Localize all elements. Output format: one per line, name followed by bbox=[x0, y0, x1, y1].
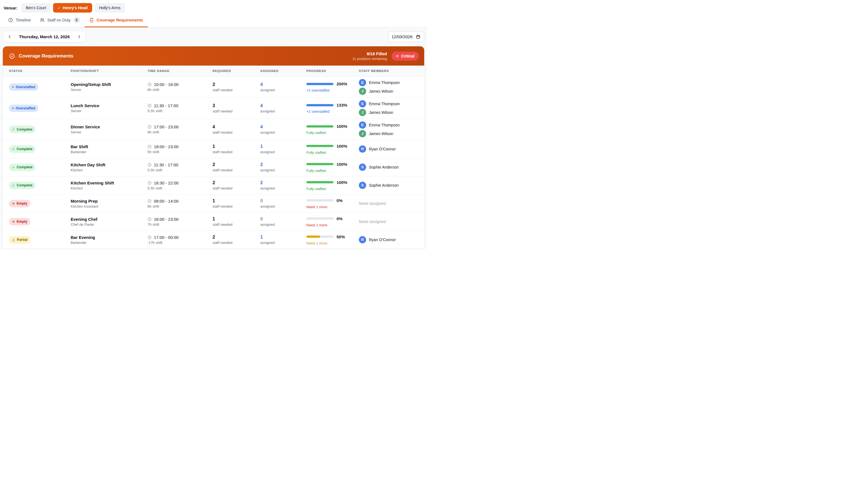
next-day-button[interactable] bbox=[75, 33, 83, 41]
positions-remaining: 11 positions remaining bbox=[352, 57, 387, 61]
staff-members-cell: None assigned bbox=[359, 219, 424, 224]
time-cell: 18:00 - 23:00 5h shift bbox=[147, 144, 212, 154]
status-label: Complete bbox=[16, 128, 32, 131]
none-assigned-label: None assigned bbox=[359, 219, 424, 224]
staff-members-cell: EEmma ThompsonJJames Wilson bbox=[359, 121, 424, 137]
required-sublabel: staff needed bbox=[212, 88, 260, 92]
status-badge: ✕ Empty bbox=[9, 200, 31, 208]
shift-duration: 7h shift bbox=[147, 222, 212, 227]
shift-duration: 5.5h shift bbox=[147, 186, 212, 190]
position-title: Evening Chef bbox=[71, 217, 147, 221]
fill-summary: 8/19 Filled 11 positions remaining bbox=[352, 51, 387, 61]
table-header: STATUS POSITION/SHIFT TIME RANGE REQUIRE… bbox=[3, 66, 424, 76]
staff-count-badge: 5 bbox=[73, 17, 80, 23]
none-assigned-label: None assigned bbox=[359, 201, 424, 206]
status-icon: ✓ bbox=[12, 165, 15, 169]
assigned-count[interactable]: 2 bbox=[260, 180, 306, 185]
staff-name: James Wilson bbox=[369, 110, 393, 115]
staff-name: James Wilson bbox=[369, 131, 393, 136]
assigned-count[interactable]: 1 bbox=[260, 235, 306, 240]
status-badge: ✓ Complete bbox=[9, 145, 35, 153]
required-count: 1 bbox=[212, 217, 260, 221]
staff-members-cell: RRyan O'Connor bbox=[359, 236, 424, 244]
staff-member: JJames Wilson bbox=[359, 130, 424, 137]
avatar: S bbox=[359, 164, 366, 171]
assigned-cell: 4 assigned bbox=[260, 103, 306, 113]
time-range: 16:30 - 22:00 bbox=[154, 181, 178, 185]
shift-duration: 6h shift bbox=[147, 204, 212, 209]
shift-duration: 6h shift bbox=[147, 88, 212, 92]
assigned-cell: 2 assigned bbox=[260, 180, 306, 190]
status-badge: ✕ Empty bbox=[9, 218, 31, 226]
status-cell: ✕ Empty bbox=[9, 218, 71, 226]
time-cell: 08:00 - 14:00 6h shift bbox=[147, 199, 212, 209]
progress-status: Fully staffed bbox=[306, 187, 359, 191]
progress-cell: 100% Fully staffed bbox=[306, 162, 359, 173]
staff-name: Sophie Anderson bbox=[369, 183, 399, 187]
status-cell: ✓ Complete bbox=[9, 126, 71, 133]
assigned-count[interactable]: 1 bbox=[260, 144, 306, 149]
assigned-count[interactable]: 2 bbox=[260, 162, 306, 167]
avatar: J bbox=[359, 130, 366, 137]
assigned-cell: 1 assigned bbox=[260, 235, 306, 245]
column-header-assigned: ASSIGNED bbox=[260, 69, 306, 73]
assigned-sublabel: assigned bbox=[260, 204, 306, 209]
status-icon: ✓ bbox=[12, 183, 15, 187]
staff-members-cell: EEmma ThompsonJJames Wilson bbox=[359, 100, 424, 116]
tab-coverage-requirements[interactable]: Coverage Requirements bbox=[85, 13, 148, 28]
column-header-status: STATUS bbox=[9, 69, 71, 73]
clock-icon bbox=[147, 199, 152, 203]
required-count: 4 bbox=[212, 124, 260, 129]
assigned-sublabel: assigned bbox=[260, 88, 306, 92]
calendar-icon bbox=[416, 34, 421, 39]
table-row: ✓ Complete Kitchen Evening Shift Kitchen… bbox=[3, 176, 424, 195]
tab-timeline[interactable]: Timeline bbox=[4, 13, 35, 28]
date-picker-input[interactable]: 12/03/2026 bbox=[388, 32, 424, 42]
coverage-card: Coverage Requirements 8/19 Filled 11 pos… bbox=[3, 46, 424, 249]
status-icon: ✓ bbox=[12, 127, 15, 131]
staff-member: RRyan O'Connor bbox=[359, 236, 424, 244]
assigned-count[interactable]: 4 bbox=[260, 103, 306, 108]
table-row: ✓ Complete Dinner Service Server 17:00 -… bbox=[3, 119, 424, 140]
position-cell: Morning Prep Kitchen Assistant bbox=[71, 199, 147, 209]
status-badge: + Overstaffed bbox=[9, 105, 38, 112]
assigned-count: 0 bbox=[260, 198, 306, 203]
required-cell: 1 staff needed bbox=[212, 144, 260, 154]
staff-member: SSophie Anderson bbox=[359, 164, 424, 171]
assigned-count: 0 bbox=[260, 217, 306, 221]
progress-cell: 200% +2 overstaffed bbox=[306, 82, 359, 92]
status-cell: ✓ Complete bbox=[9, 164, 71, 171]
venue-button-bens-court[interactable]: Ben's Court bbox=[21, 3, 51, 13]
avatar: J bbox=[359, 88, 366, 95]
progress-percent: 133% bbox=[336, 103, 347, 107]
progress-cell: 100% Fully staffed bbox=[306, 124, 359, 135]
assigned-count[interactable]: 4 bbox=[260, 124, 306, 129]
time-cell: 10:00 - 16:00 6h shift bbox=[147, 82, 212, 92]
tab-label: Coverage Requirements bbox=[97, 18, 143, 22]
table-row: ⚠ Partial Bar Evening Bartender 17:00 - … bbox=[3, 231, 424, 249]
progress-bar bbox=[306, 125, 333, 128]
progress-status: +2 overstaffed bbox=[306, 88, 359, 92]
venue-button-hollys-arms[interactable]: Holly's Arms bbox=[95, 3, 125, 13]
venue-button-henrys-head[interactable]: ✓ Henry's Head bbox=[53, 3, 92, 13]
people-icon bbox=[40, 18, 45, 23]
venue-bar: Venue: Ben's Court ✓ Henry's Head Holly'… bbox=[0, 0, 427, 13]
time-cell: 11:30 - 17:00 5.5h shift bbox=[147, 162, 212, 172]
assigned-count[interactable]: 4 bbox=[260, 82, 306, 87]
column-header-position: POSITION/SHIFT bbox=[71, 69, 147, 73]
progress-status: +1 overstaffed bbox=[306, 109, 359, 113]
position-cell: Opening/Setup Shift Server bbox=[71, 82, 147, 92]
shift-duration: 5.5h shift bbox=[147, 168, 212, 172]
previous-day-button[interactable] bbox=[5, 33, 13, 41]
staff-name: Emma Thompson bbox=[369, 123, 400, 127]
filled-count: 8/19 Filled bbox=[352, 51, 387, 56]
table-row: ✕ Empty Evening Chef Chef de Partie 16:0… bbox=[3, 213, 424, 231]
clock-icon bbox=[147, 145, 152, 149]
avatar: E bbox=[359, 121, 366, 129]
progress-cell: 100% Fully staffed bbox=[306, 144, 359, 155]
shift-duration: 5.5h shift bbox=[147, 109, 212, 113]
current-date-label: Thursday, March 12, 2026 bbox=[19, 34, 70, 39]
tab-staff-on-duty[interactable]: Staff on Duty 5 bbox=[35, 13, 85, 28]
position-cell: Bar Evening Bartender bbox=[71, 235, 147, 245]
position-cell: Kitchen Day Shift Kitchen bbox=[71, 162, 147, 172]
